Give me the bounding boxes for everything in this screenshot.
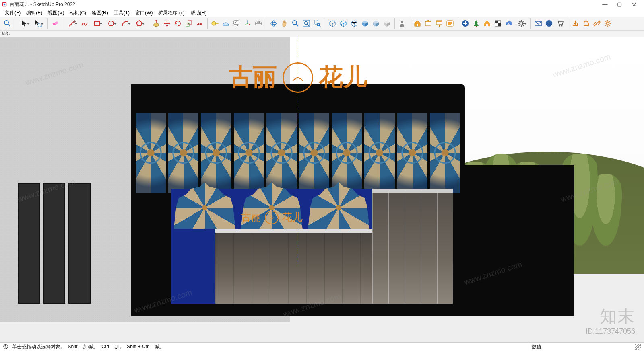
svg-rect-39 [436,21,442,22]
pattern-panel [332,113,362,193]
line-button[interactable] [65,18,79,29]
protractor-button[interactable] [221,18,231,29]
shaded-tex-button[interactable] [371,18,381,29]
rotate-button[interactable] [173,18,183,29]
shaded-button[interactable] [360,18,370,29]
rectangle-button[interactable] [90,18,104,29]
paint-button[interactable] [434,18,444,29]
scale-button[interactable] [184,18,194,29]
pan-button[interactable] [279,18,290,29]
eraser-button[interactable] [50,18,60,29]
door [18,183,40,304]
mail-button[interactable] [533,18,543,29]
components-icon [424,19,432,29]
circle-icon [107,19,115,29]
warehouse-button[interactable] [412,18,423,29]
tool-group [63,18,147,29]
house-button[interactable] [482,18,492,29]
link-button[interactable] [592,18,602,29]
menu-draw[interactable]: 绘图(R) [89,9,111,17]
document-title: 古丽花儿 - SketchUp Pro 2022 [10,1,75,8]
svg-point-66 [607,22,609,25]
mail-icon [534,19,542,29]
wireframe-button[interactable] [338,18,349,29]
zoom-button[interactable] [290,18,301,29]
arc-button[interactable] [118,18,132,29]
menu-tools[interactable]: 工具(T) [111,9,132,17]
dimension-button[interactable]: 3m [253,18,264,29]
menu-edit[interactable]: 编辑(E) [24,9,45,17]
select-icon [20,19,28,29]
offset-button[interactable] [194,18,205,29]
tape-icon [211,19,219,29]
zoom-extents-button[interactable] [301,18,312,29]
svg-text:i: i [548,21,549,27]
resize-grip-icon[interactable] [635,344,641,350]
tool-group: i [530,18,566,29]
minimize-button[interactable]: — [601,2,609,8]
select-window-button[interactable] [31,18,45,29]
zoom-window-button[interactable] [312,18,322,29]
menu-file[interactable]: 文件(F) [2,9,23,17]
cloud-button[interactable] [504,18,514,29]
scene-description-bar: 局部 [0,31,644,37]
polygon-button[interactable] [132,18,146,29]
text-button[interactable]: A1 [231,18,242,29]
mono-button[interactable] [382,18,392,29]
settings-button[interactable] [603,18,613,29]
line-icon [68,19,76,29]
store-window [215,229,372,304]
upper-pattern-row [136,113,460,193]
select-button[interactable] [17,18,31,29]
menu-camera[interactable]: 相机(C) [67,9,89,17]
cloud-icon [505,19,513,29]
svg-rect-37 [425,22,431,26]
glass-entrance [372,189,453,304]
menu-extensions[interactable]: 扩展程序 (x) [156,9,187,17]
mono-icon [383,19,391,29]
status-bar: ① | 单击或拖动以选择对象。 Shift = 加/减。 Ctrl = 加。 S… [0,342,644,351]
menu-help[interactable]: 帮助(H) [188,9,209,17]
maximize-button[interactable]: ▢ [616,2,623,8]
viewport[interactable]: 古丽 花儿 古丽 ۞ 花儿 [0,37,644,342]
freehand-button[interactable] [79,18,90,29]
svg-point-35 [401,21,403,23]
search-button[interactable] [2,18,12,29]
menu-window[interactable]: 窗口(W) [133,9,155,17]
axis-button[interactable] [242,18,253,29]
add-button[interactable] [460,18,471,29]
svg-line-22 [245,23,248,25]
title-bar: 古丽花儿 - SketchUp Pro 2022 — ▢ ✕ [0,0,644,9]
close-button[interactable]: ✕ [630,2,638,8]
gear-button[interactable] [514,18,528,29]
value-field[interactable]: 数值 [528,343,633,351]
person-button[interactable] [397,18,407,29]
components-button[interactable] [423,18,433,29]
tree [590,174,622,246]
add-icon [461,19,469,29]
import-button[interactable] [570,18,580,29]
tape-button[interactable] [210,18,220,29]
circle-button[interactable] [104,18,118,29]
pushpull-button[interactable] [151,18,161,29]
move-button[interactable] [162,18,172,29]
tool-group [568,18,614,29]
offset-icon [196,19,204,29]
tree-button[interactable] [471,18,481,29]
orbit-icon [270,19,278,29]
xray-button[interactable] [327,18,338,29]
menu-view[interactable]: 视图(V) [45,9,66,17]
info-button[interactable]: i [544,18,554,29]
tool-group [410,18,456,29]
export-button[interactable] [581,18,591,29]
svg-rect-2 [4,4,5,5]
model-scene: 古丽 花儿 古丽 ۞ 花儿 [0,37,644,342]
svg-rect-5 [38,23,41,27]
orbit-button[interactable] [268,18,279,29]
outliner-button[interactable] [445,18,455,29]
checker-button[interactable] [493,18,503,29]
axis-icon [244,19,252,29]
cart-button[interactable] [555,18,565,29]
export-icon [582,19,590,29]
hidden-line-button[interactable] [349,18,359,29]
